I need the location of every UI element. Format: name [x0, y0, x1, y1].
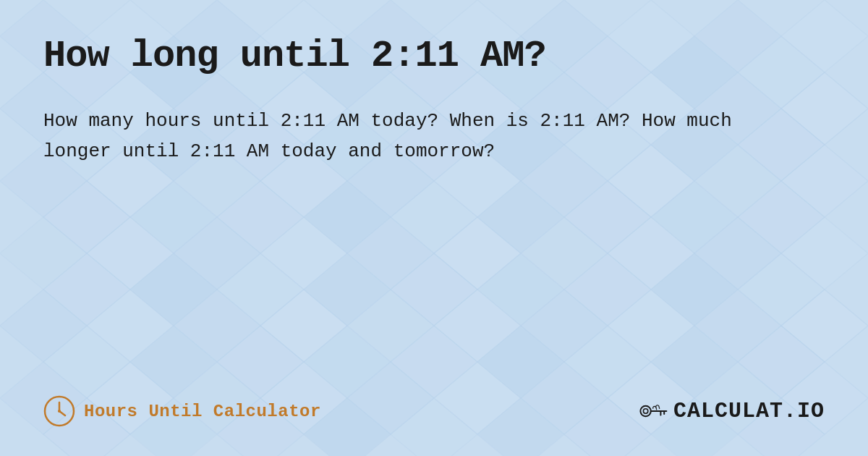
page-title: How long until 2:11 AM?: [43, 35, 825, 77]
footer-logo-section: CALCULAT.IO: [639, 397, 825, 426]
footer-brand-section: Hours Until Calculator: [43, 395, 321, 427]
svg-point-120: [643, 409, 647, 413]
logo-text: CALCULAT.IO: [673, 399, 825, 423]
page-description: How many hours until 2:11 AM today? When…: [43, 106, 810, 166]
footer: Hours Until Calculator CALCULAT.IO: [43, 395, 825, 427]
footer-brand-label: Hours Until Calculator: [84, 402, 321, 421]
svg-point-118: [58, 410, 61, 413]
clock-icon: [43, 395, 75, 427]
key-icon: [639, 397, 668, 426]
svg-point-119: [640, 406, 650, 416]
